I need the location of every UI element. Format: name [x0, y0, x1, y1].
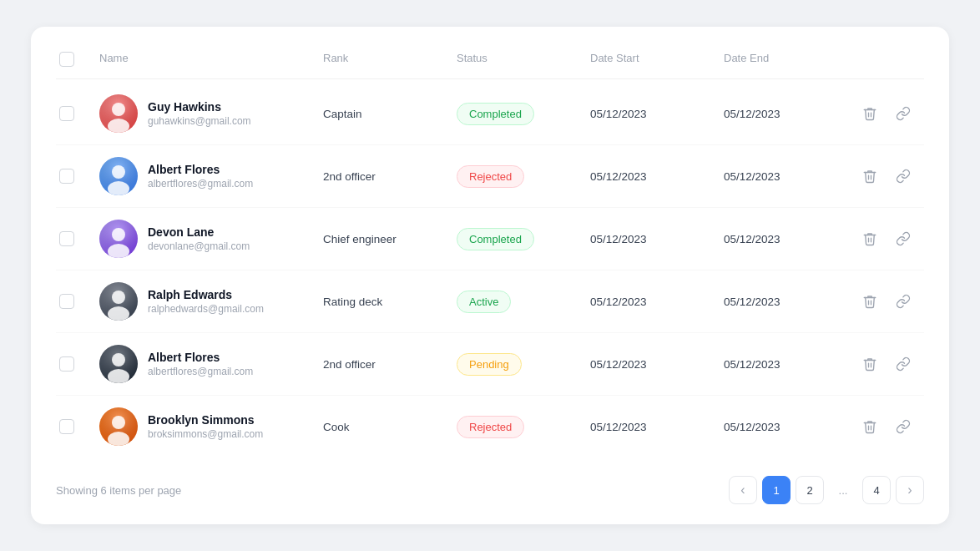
avatar-5 [99, 407, 138, 446]
user-text-3: Ralph Edwards ralphedwards@gmail.com [148, 288, 264, 315]
avatar-0 [99, 94, 138, 133]
showing-text: Showing 6 items per page [56, 484, 181, 497]
header-actions [857, 52, 924, 70]
edit-button-4[interactable] [891, 351, 916, 377]
row-checkbox-3[interactable] [59, 294, 74, 309]
status-badge-5: Rejected [457, 416, 524, 438]
user-text-2: Devon Lane devonlane@gmail.com [148, 225, 250, 252]
user-info-5: Brooklyn Simmons broksimmons@gmail.com [99, 407, 323, 446]
actions-2 [857, 226, 924, 251]
svg-point-1 [112, 103, 125, 116]
rank-cell-4: 2nd officer [323, 358, 457, 371]
row-checkbox-wrapper-1 [59, 169, 99, 184]
delete-button-1[interactable] [857, 164, 882, 189]
row-checkbox-0[interactable] [59, 106, 74, 121]
rank-cell-0: Captain [323, 108, 457, 120]
pagination-row: Showing 6 items per page ‹ 1 2 ... 4 › [56, 473, 924, 504]
user-info-2: Devon Lane devonlane@gmail.com [99, 220, 323, 258]
table-row: Brooklyn Simmons broksimmons@gmail.com C… [56, 396, 924, 457]
header-status: Status [457, 52, 590, 70]
status-badge-0: Completed [457, 103, 534, 125]
prev-page-button[interactable]: ‹ [729, 476, 757, 504]
main-table-container: Name Rank Status Date Start Date End [31, 27, 949, 524]
header-date-start: Date Start [590, 52, 724, 70]
row-checkbox-4[interactable] [59, 356, 74, 372]
user-name-3: Ralph Edwards [148, 288, 264, 301]
status-badge-3: Active [457, 291, 511, 313]
user-name-2: Devon Lane [148, 225, 250, 239]
row-checkbox-5[interactable] [59, 419, 74, 434]
row-checkbox-1[interactable] [59, 169, 74, 184]
page-4-button[interactable]: 4 [862, 476, 891, 504]
edit-button-5[interactable] [891, 414, 916, 439]
row-checkbox-wrapper-2 [59, 231, 99, 246]
date-start-4: 05/12/2023 [590, 358, 724, 371]
user-name-1: Albert Flores [148, 163, 253, 176]
actions-0 [857, 101, 924, 126]
header-date-end: Date End [724, 52, 857, 70]
page-1-button[interactable]: 1 [762, 476, 791, 504]
svg-point-10 [112, 291, 125, 304]
user-email-2: devonlane@gmail.com [148, 240, 250, 252]
rank-cell-1: 2nd officer [323, 170, 457, 183]
status-cell-2: Completed [457, 228, 590, 250]
avatar-2 [99, 220, 138, 258]
user-email-5: broksimmons@gmail.com [148, 428, 263, 440]
delete-button-3[interactable] [857, 289, 882, 314]
status-cell-3: Active [457, 291, 590, 313]
delete-button-4[interactable] [857, 351, 882, 377]
user-email-3: ralphedwards@gmail.com [148, 303, 264, 315]
row-checkbox-wrapper-0 [59, 106, 99, 121]
status-badge-4: Pending [457, 353, 522, 376]
svg-point-4 [112, 165, 125, 179]
avatar-4 [99, 345, 138, 383]
edit-button-1[interactable] [891, 164, 916, 189]
table-row: Albert Flores albertflores@gmail.com 2nd… [56, 145, 924, 208]
delete-button-5[interactable] [857, 414, 882, 439]
status-cell-0: Completed [457, 103, 590, 125]
status-badge-1: Rejected [457, 165, 524, 188]
date-start-0: 05/12/2023 [590, 108, 724, 120]
user-text-4: Albert Flores albertflores@gmail.com [148, 351, 253, 377]
table-row: Albert Flores albertflores@gmail.com 2nd… [56, 333, 924, 396]
delete-button-2[interactable] [857, 226, 882, 251]
page-2-button[interactable]: 2 [796, 476, 824, 504]
svg-point-16 [112, 416, 125, 429]
date-end-3: 05/12/2023 [724, 296, 857, 308]
user-email-0: guhawkins@gmail.com [148, 115, 251, 127]
user-text-1: Albert Flores albertflores@gmail.com [148, 163, 253, 190]
row-checkbox-2[interactable] [59, 231, 74, 246]
date-start-2: 05/12/2023 [590, 233, 724, 245]
rank-cell-5: Cook [323, 421, 457, 433]
date-end-0: 05/12/2023 [724, 108, 857, 120]
user-info-1: Albert Flores albertflores@gmail.com [99, 157, 323, 195]
pagination: ‹ 1 2 ... 4 › [729, 476, 924, 504]
user-info-4: Albert Flores albertflores@gmail.com [99, 345, 323, 383]
edit-button-2[interactable] [891, 226, 916, 251]
user-email-1: albertflores@gmail.com [148, 178, 253, 190]
status-cell-4: Pending [457, 353, 590, 376]
edit-button-0[interactable] [891, 101, 916, 126]
actions-4 [857, 351, 924, 377]
avatar-1 [99, 157, 138, 195]
status-badge-2: Completed [457, 228, 534, 250]
date-end-5: 05/12/2023 [724, 421, 857, 433]
user-text-5: Brooklyn Simmons broksimmons@gmail.com [148, 413, 263, 440]
status-cell-1: Rejected [457, 165, 590, 188]
svg-point-13 [112, 353, 125, 366]
date-start-3: 05/12/2023 [590, 296, 724, 308]
user-name-0: Guy Hawkins [148, 100, 251, 114]
table-row: Ralph Edwards ralphedwards@gmail.com Rat… [56, 270, 924, 333]
next-page-button[interactable]: › [896, 476, 924, 504]
edit-button-3[interactable] [891, 289, 916, 314]
delete-button-0[interactable] [857, 101, 882, 126]
row-checkbox-wrapper-4 [59, 356, 99, 372]
rank-cell-2: Chief engineer [323, 233, 457, 245]
date-end-2: 05/12/2023 [724, 233, 857, 245]
select-all-checkbox[interactable] [59, 52, 74, 67]
user-name-4: Albert Flores [148, 351, 253, 364]
table-row: Guy Hawkins guhawkins@gmail.com Captain … [56, 83, 924, 145]
actions-3 [857, 289, 924, 314]
date-end-1: 05/12/2023 [724, 170, 857, 183]
user-info-0: Guy Hawkins guhawkins@gmail.com [99, 94, 323, 133]
